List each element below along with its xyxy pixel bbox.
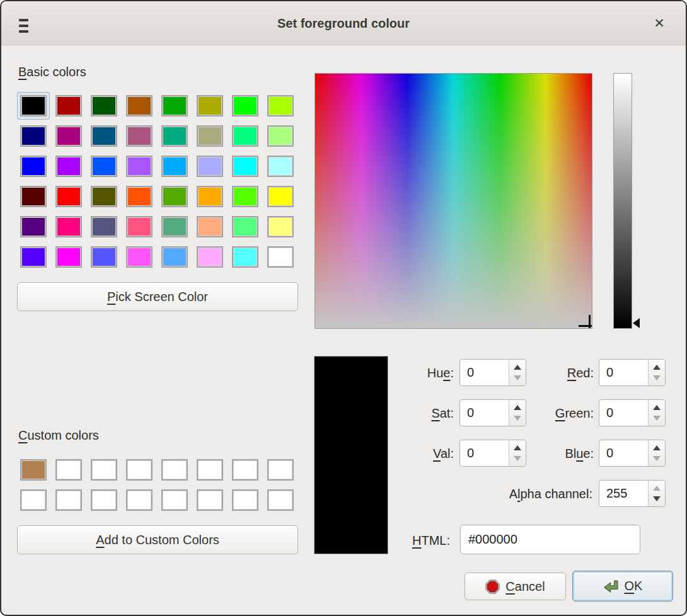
color-swatch[interactable]: [161, 156, 188, 177]
color-swatch[interactable]: [91, 216, 117, 237]
color-swatch[interactable]: [91, 186, 117, 207]
color-swatch[interactable]: [161, 95, 188, 117]
color-swatch[interactable]: [126, 459, 153, 481]
color-swatch[interactable]: [55, 125, 82, 147]
color-swatch[interactable]: [91, 156, 117, 177]
color-swatch[interactable]: [55, 156, 82, 177]
arrow-down-icon[interactable]: [653, 416, 661, 421]
arrow-up-icon[interactable]: [514, 365, 521, 370]
color-swatch[interactable]: [20, 95, 47, 117]
val-spinbox[interactable]: 0: [459, 440, 526, 467]
val-label: Val:: [348, 444, 454, 463]
arrow-down-icon[interactable]: [514, 456, 521, 461]
color-swatch[interactable]: [20, 216, 47, 237]
color-swatch[interactable]: [55, 459, 82, 481]
color-swatch[interactable]: [232, 156, 258, 177]
color-swatch[interactable]: [267, 125, 294, 147]
color-swatch[interactable]: [55, 489, 82, 511]
color-swatch[interactable]: [126, 156, 153, 177]
close-icon[interactable]: ✕: [648, 12, 671, 35]
red-spinbox[interactable]: 0: [599, 359, 666, 386]
alpha-channel-label: Alpha channel:: [405, 484, 592, 503]
color-swatch[interactable]: [267, 95, 294, 117]
blue-spinbox[interactable]: 0: [599, 440, 666, 467]
color-swatch[interactable]: [267, 489, 294, 511]
arrow-down-icon[interactable]: [653, 375, 661, 380]
arrow-up-icon[interactable]: [514, 445, 521, 450]
arrow-up-icon[interactable]: [514, 405, 521, 410]
color-swatch[interactable]: [126, 186, 153, 207]
color-swatch[interactable]: [232, 459, 258, 481]
color-swatch[interactable]: [267, 246, 294, 268]
arrow-down-icon[interactable]: [653, 496, 661, 501]
color-swatch[interactable]: [161, 216, 188, 237]
color-swatch[interactable]: [91, 95, 117, 117]
color-swatch[interactable]: [126, 246, 153, 268]
color-swatch[interactable]: [161, 459, 188, 481]
value-slider[interactable]: [613, 73, 632, 329]
color-swatch[interactable]: [197, 489, 223, 511]
color-swatch[interactable]: [232, 216, 258, 237]
titlebar: Set foreground colour ✕: [1, 1, 686, 45]
color-swatch[interactable]: [91, 489, 117, 511]
color-swatch[interactable]: [20, 246, 47, 268]
color-swatch[interactable]: [91, 246, 117, 268]
color-swatch[interactable]: [126, 125, 153, 147]
arrow-up-icon[interactable]: [653, 486, 661, 491]
left-arrow-indicator-icon[interactable]: [633, 318, 640, 328]
arrow-down-icon[interactable]: [514, 375, 521, 380]
color-swatch[interactable]: [197, 186, 223, 207]
cancel-button[interactable]: Cancel: [465, 573, 566, 600]
color-swatch[interactable]: [55, 246, 82, 268]
color-swatch[interactable]: [197, 95, 223, 117]
color-swatch[interactable]: [161, 186, 188, 207]
color-swatch[interactable]: [197, 216, 223, 237]
color-swatch[interactable]: [232, 95, 258, 117]
color-swatch[interactable]: [20, 186, 47, 207]
color-swatch[interactable]: [161, 246, 188, 268]
color-swatch[interactable]: [232, 246, 258, 268]
color-swatch[interactable]: [232, 186, 258, 207]
arrow-down-icon[interactable]: [514, 416, 521, 421]
color-swatch[interactable]: [197, 125, 223, 147]
color-swatch[interactable]: [197, 459, 223, 481]
color-swatch[interactable]: [126, 95, 153, 117]
color-swatch[interactable]: [55, 95, 82, 117]
color-swatch[interactable]: [126, 489, 153, 511]
ok-label: OK: [625, 579, 643, 593]
color-swatch[interactable]: [55, 186, 82, 207]
color-swatch[interactable]: [91, 459, 117, 481]
add-to-custom-colors-button[interactable]: Add to Custom Colors: [17, 525, 298, 554]
sat-spinbox[interactable]: 0: [459, 399, 526, 426]
color-swatch[interactable]: [20, 489, 47, 511]
hue-saturation-picker[interactable]: [315, 73, 592, 329]
color-swatch[interactable]: [91, 125, 117, 147]
color-swatch[interactable]: [161, 125, 188, 147]
color-swatch[interactable]: [232, 489, 258, 511]
hue-spinbox[interactable]: 0: [459, 359, 526, 386]
color-swatch[interactable]: [267, 459, 294, 481]
color-swatch[interactable]: [232, 125, 258, 147]
pick-screen-color-button[interactable]: Pick Screen Color: [17, 282, 298, 311]
ok-button[interactable]: OK: [572, 571, 673, 602]
html-color-input[interactable]: #000000: [460, 525, 640, 554]
color-swatch[interactable]: [267, 156, 294, 177]
color-swatch[interactable]: [20, 459, 47, 481]
green-spinbox[interactable]: 0: [599, 399, 666, 426]
color-swatch[interactable]: [197, 156, 223, 177]
color-swatch[interactable]: [20, 125, 47, 147]
color-swatch[interactable]: [126, 216, 153, 237]
arrow-down-icon[interactable]: [653, 456, 661, 461]
crosshair-cursor-icon: [589, 315, 591, 329]
color-swatch[interactable]: [267, 216, 294, 237]
color-swatch[interactable]: [197, 246, 223, 268]
color-swatch[interactable]: [161, 489, 188, 511]
alpha-spinbox[interactable]: 255: [599, 480, 666, 507]
arrow-up-icon[interactable]: [653, 365, 661, 370]
arrow-up-icon[interactable]: [653, 445, 661, 450]
arrow-up-icon[interactable]: [653, 405, 661, 410]
basic-colors-grid: [20, 95, 294, 268]
color-swatch[interactable]: [55, 216, 82, 237]
color-swatch[interactable]: [267, 186, 294, 207]
color-swatch[interactable]: [20, 156, 47, 177]
